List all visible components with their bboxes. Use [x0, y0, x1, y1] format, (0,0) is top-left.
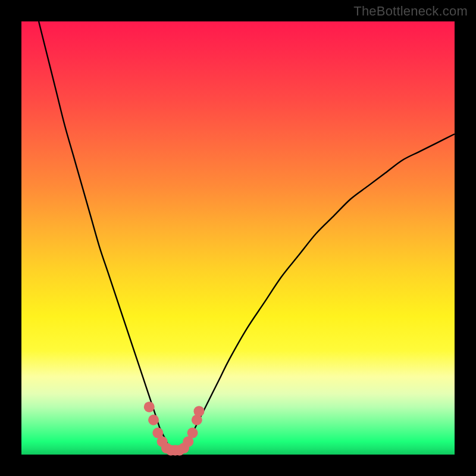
watermark-text: TheBottleneck.com [353, 4, 468, 19]
curve-marker [144, 402, 155, 412]
curve-markers [144, 402, 205, 456]
curve-path [39, 21, 455, 450]
plot-area [21, 21, 455, 455]
curve-marker [148, 415, 159, 425]
bottleneck-curve [21, 21, 455, 455]
curve-marker [193, 406, 204, 416]
curve-marker [187, 428, 198, 439]
chart-frame: TheBottleneck.com [0, 0, 476, 476]
